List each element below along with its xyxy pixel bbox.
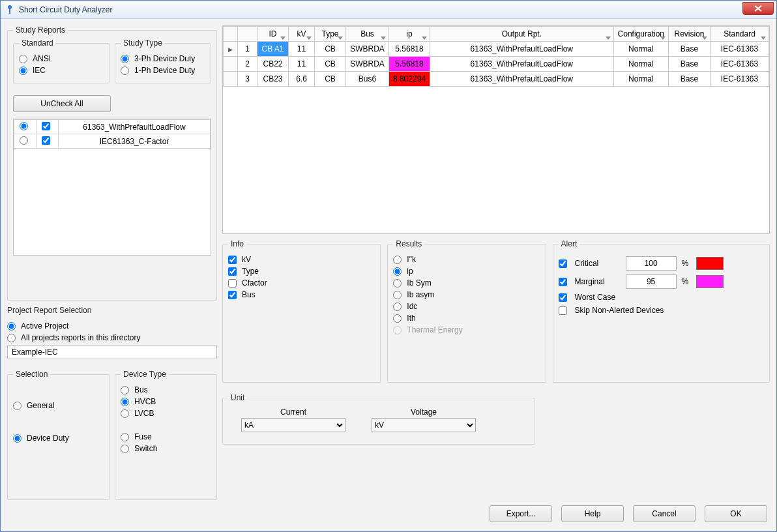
- cell-ip[interactable]: 8.802294: [389, 72, 430, 87]
- radio-lvcb[interactable]: [121, 409, 129, 418]
- swatch-critical[interactable]: [696, 257, 724, 270]
- check-bus[interactable]: [228, 291, 237, 299]
- cell-ip[interactable]: 5.56818: [389, 57, 430, 72]
- results-grid[interactable]: ID kV Type Bus ip Output Rpt. Configurat…: [222, 25, 770, 234]
- swatch-marginal[interactable]: [696, 275, 724, 288]
- help-button[interactable]: Help: [561, 505, 624, 522]
- radio-1ph[interactable]: [121, 66, 129, 75]
- cell-bus[interactable]: Bus6: [346, 72, 389, 87]
- cell-config[interactable]: Normal: [613, 57, 668, 72]
- col-standard[interactable]: Standard: [711, 27, 769, 42]
- col-revision[interactable]: Revision: [669, 27, 711, 42]
- col-ip[interactable]: ip: [389, 27, 430, 42]
- input-marginal-pct[interactable]: 95: [626, 274, 677, 289]
- col-config[interactable]: Configuration: [613, 27, 668, 42]
- row-selector[interactable]: [224, 42, 238, 57]
- table-row[interactable]: 2CB2211CBSWBRDA5.5681861363_WithPrefault…: [224, 57, 769, 72]
- cell-type[interactable]: CB: [315, 57, 346, 72]
- cell-id[interactable]: CB22: [257, 57, 289, 72]
- cell-kv[interactable]: 11: [289, 57, 315, 72]
- radio-ip[interactable]: [393, 267, 402, 276]
- cell-standard[interactable]: IEC-61363: [711, 72, 769, 87]
- col-id[interactable]: ID: [257, 27, 289, 42]
- cancel-button[interactable]: Cancel: [633, 505, 696, 522]
- device-type-legend: Device Type: [121, 370, 169, 379]
- check-cfactor[interactable]: [228, 279, 237, 288]
- cell-kv[interactable]: 6.6: [289, 72, 315, 87]
- cell-standard[interactable]: IEC-61363: [711, 57, 769, 72]
- table-row[interactable]: 1CB A111CBSWBRDA5.5681861363_WithPrefaul…: [224, 42, 769, 57]
- label-device-duty: Device Duty: [27, 434, 69, 443]
- col-kv[interactable]: kV: [289, 27, 315, 42]
- cell-type[interactable]: CB: [315, 42, 346, 57]
- cell-id[interactable]: CB A1: [257, 42, 289, 57]
- col-output[interactable]: Output Rpt.: [430, 27, 614, 42]
- col-type[interactable]: Type: [315, 27, 346, 42]
- cell-revision[interactable]: Base: [669, 57, 711, 72]
- cell-config[interactable]: Normal: [613, 42, 668, 57]
- table-row[interactable]: 3CB236.6CBBus68.80229461363_WithPrefault…: [224, 72, 769, 87]
- radio-switch[interactable]: [121, 445, 129, 453]
- cell-type[interactable]: CB: [315, 72, 346, 87]
- window-title: Short Circuit Duty Analyzer: [19, 5, 112, 14]
- cell-revision[interactable]: Base: [669, 42, 711, 57]
- radio-device-duty[interactable]: [13, 434, 22, 443]
- cell-config[interactable]: Normal: [613, 72, 668, 87]
- cell-bus[interactable]: SWBRDA: [346, 57, 389, 72]
- row-selector[interactable]: [224, 57, 238, 72]
- radio-fuse[interactable]: [121, 433, 129, 441]
- radio-iec[interactable]: [19, 66, 27, 75]
- cell-output[interactable]: 61363_WithPrefaultLoadFlow: [430, 72, 614, 87]
- select-voltage-unit[interactable]: kV: [372, 418, 476, 432]
- radio-active-project[interactable]: [7, 322, 16, 331]
- report-row[interactable]: IEC61363_C-Factor: [14, 134, 211, 149]
- ok-button[interactable]: OK: [705, 505, 767, 522]
- radio-ith[interactable]: [393, 314, 402, 323]
- selection-legend: Selection: [13, 370, 50, 379]
- cell-bus[interactable]: SWBRDA: [346, 42, 389, 57]
- close-button[interactable]: [742, 2, 774, 15]
- radio-3ph[interactable]: [121, 55, 129, 63]
- radio-ibasym[interactable]: [393, 291, 402, 299]
- radio-idc[interactable]: [393, 303, 402, 311]
- cell-output[interactable]: 61363_WithPrefaultLoadFlow: [430, 57, 614, 72]
- reports-list[interactable]: 61363_WithPrefaultLoadFlow IEC61363_C-Fa…: [13, 119, 211, 256]
- check-kv[interactable]: [228, 256, 237, 264]
- results-legend: Results: [393, 239, 424, 248]
- radio-ansi[interactable]: [19, 55, 27, 63]
- check-marginal[interactable]: [559, 278, 567, 286]
- row-selector[interactable]: [224, 72, 238, 87]
- cell-kv[interactable]: 11: [289, 42, 315, 57]
- label-all-dir: All projects reports in this directory: [21, 333, 140, 342]
- cell-revision[interactable]: Base: [669, 72, 711, 87]
- cell-standard[interactable]: IEC-61363: [711, 42, 769, 57]
- label-thermal: Thermal Energy: [407, 325, 462, 334]
- radio-general[interactable]: [13, 402, 22, 410]
- uncheck-all-button[interactable]: UnCheck All: [13, 95, 111, 112]
- check-type[interactable]: [228, 267, 237, 276]
- report-active-radio[interactable]: [20, 122, 28, 130]
- label-ibsym: Ib Sym: [407, 278, 431, 288]
- report-active-radio[interactable]: [20, 136, 28, 145]
- check-skip-nonalert[interactable]: [559, 306, 567, 315]
- col-bus[interactable]: Bus: [346, 27, 389, 42]
- select-current-unit[interactable]: kA: [241, 418, 345, 432]
- radio-ik[interactable]: [393, 256, 402, 264]
- report-enable-check[interactable]: [42, 122, 50, 130]
- cell-output[interactable]: 61363_WithPrefaultLoadFlow: [430, 42, 614, 57]
- check-critical[interactable]: [559, 259, 567, 268]
- col-rowselector[interactable]: [224, 27, 238, 42]
- radio-ibsym[interactable]: [393, 279, 402, 288]
- col-rownum[interactable]: [238, 27, 257, 42]
- radio-bus[interactable]: [121, 386, 129, 394]
- radio-hvcb[interactable]: [121, 398, 129, 406]
- cell-ip[interactable]: 5.56818: [389, 42, 430, 57]
- project-report-selection-group: Project Report Selection Active Project …: [7, 306, 217, 364]
- export-button[interactable]: Export...: [490, 505, 552, 522]
- check-worst-case[interactable]: [559, 293, 567, 302]
- report-enable-check[interactable]: [42, 136, 50, 145]
- input-critical-pct[interactable]: 100: [626, 256, 677, 271]
- cell-id[interactable]: CB23: [257, 72, 289, 87]
- radio-all-dir[interactable]: [7, 334, 16, 342]
- report-row[interactable]: 61363_WithPrefaultLoadFlow: [14, 120, 211, 134]
